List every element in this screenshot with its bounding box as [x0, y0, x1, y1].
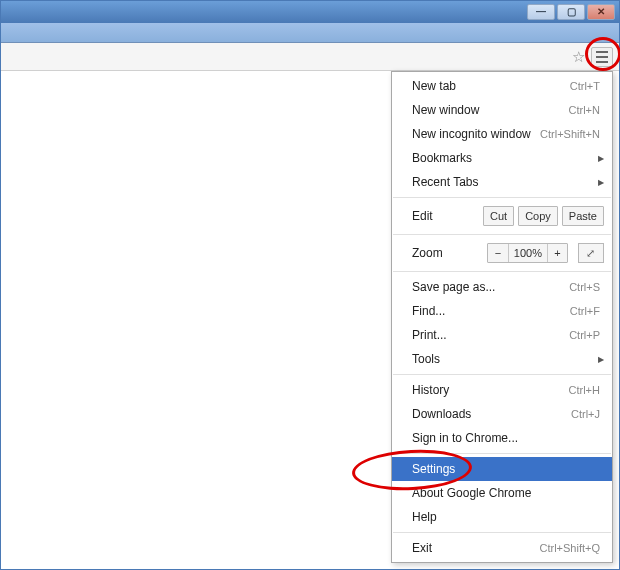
- menu-shortcut: Ctrl+Shift+Q: [539, 542, 600, 554]
- browser-window: — ▢ ✕ ☆ New tab Ctrl+T New window Ctrl+N…: [0, 0, 620, 570]
- menu-label: Settings: [412, 462, 600, 476]
- hamburger-bar-icon: [596, 61, 608, 63]
- menu-label: Print...: [412, 328, 569, 342]
- menu-label: Recent Tabs: [412, 175, 600, 189]
- menu-item-incognito[interactable]: New incognito window Ctrl+Shift+N: [392, 122, 612, 146]
- menu-shortcut: Ctrl+H: [569, 384, 600, 396]
- menu-item-zoom: Zoom − 100% + ⤢: [392, 238, 612, 268]
- menu-label: Bookmarks: [412, 151, 600, 165]
- menu-item-find[interactable]: Find... Ctrl+F: [392, 299, 612, 323]
- content-area: New tab Ctrl+T New window Ctrl+N New inc…: [1, 71, 619, 569]
- zoom-group: − 100% +: [487, 243, 568, 263]
- zoom-out-button[interactable]: −: [488, 244, 508, 262]
- menu-label: New incognito window: [412, 127, 540, 141]
- menu-item-help[interactable]: Help: [392, 505, 612, 529]
- menu-item-new-tab[interactable]: New tab Ctrl+T: [392, 74, 612, 98]
- main-menu-button[interactable]: [591, 47, 613, 67]
- menu-item-print[interactable]: Print... Ctrl+P: [392, 323, 612, 347]
- close-window-button[interactable]: ✕: [587, 4, 615, 20]
- menu-item-about[interactable]: About Google Chrome: [392, 481, 612, 505]
- menu-shortcut: Ctrl+Shift+N: [540, 128, 600, 140]
- menu-label: Downloads: [412, 407, 571, 421]
- menu-separator: [393, 271, 611, 272]
- menu-label: New window: [412, 103, 569, 117]
- menu-shortcut: Ctrl+S: [569, 281, 600, 293]
- menu-shortcut: Ctrl+N: [569, 104, 600, 116]
- menu-separator: [393, 453, 611, 454]
- zoom-value: 100%: [508, 244, 547, 262]
- menu-item-downloads[interactable]: Downloads Ctrl+J: [392, 402, 612, 426]
- menu-label: History: [412, 383, 569, 397]
- menu-item-signin[interactable]: Sign in to Chrome...: [392, 426, 612, 450]
- zoom-in-button[interactable]: +: [547, 244, 567, 262]
- menu-label: Sign in to Chrome...: [412, 431, 600, 445]
- cut-button[interactable]: Cut: [483, 206, 514, 226]
- menu-shortcut: Ctrl+F: [570, 305, 600, 317]
- menu-label: Tools: [412, 352, 600, 366]
- menu-label: Find...: [412, 304, 570, 318]
- menu-item-tools[interactable]: Tools ▶: [392, 347, 612, 371]
- toolbar: ☆: [1, 43, 619, 71]
- menu-label: About Google Chrome: [412, 486, 600, 500]
- hamburger-bar-icon: [596, 56, 608, 58]
- paste-button[interactable]: Paste: [562, 206, 604, 226]
- tab-strip[interactable]: [1, 23, 619, 43]
- menu-shortcut: Ctrl+P: [569, 329, 600, 341]
- menu-separator: [393, 234, 611, 235]
- menu-item-new-window[interactable]: New window Ctrl+N: [392, 98, 612, 122]
- menu-item-edit: Edit Cut Copy Paste: [392, 201, 612, 231]
- copy-button[interactable]: Copy: [518, 206, 558, 226]
- fullscreen-icon: ⤢: [586, 247, 596, 260]
- chevron-right-icon: ▶: [598, 355, 604, 364]
- menu-item-bookmarks[interactable]: Bookmarks ▶: [392, 146, 612, 170]
- chevron-right-icon: ▶: [598, 154, 604, 163]
- menu-separator: [393, 374, 611, 375]
- menu-label: Zoom: [412, 246, 483, 260]
- hamburger-bar-icon: [596, 51, 608, 53]
- maximize-button[interactable]: ▢: [557, 4, 585, 20]
- menu-separator: [393, 532, 611, 533]
- menu-item-recent-tabs[interactable]: Recent Tabs ▶: [392, 170, 612, 194]
- menu-item-exit[interactable]: Exit Ctrl+Shift+Q: [392, 536, 612, 560]
- main-menu-dropdown: New tab Ctrl+T New window Ctrl+N New inc…: [391, 71, 613, 563]
- menu-label: Exit: [412, 541, 539, 555]
- minimize-button[interactable]: —: [527, 4, 555, 20]
- bookmark-star-icon[interactable]: ☆: [572, 48, 585, 66]
- menu-shortcut: Ctrl+J: [571, 408, 600, 420]
- menu-item-save-page[interactable]: Save page as... Ctrl+S: [392, 275, 612, 299]
- menu-label: New tab: [412, 79, 570, 93]
- fullscreen-button[interactable]: ⤢: [578, 243, 604, 263]
- chevron-right-icon: ▶: [598, 178, 604, 187]
- menu-item-settings[interactable]: Settings: [392, 457, 612, 481]
- menu-label: Help: [412, 510, 600, 524]
- menu-item-history[interactable]: History Ctrl+H: [392, 378, 612, 402]
- titlebar: — ▢ ✕: [1, 1, 619, 23]
- menu-label: Save page as...: [412, 280, 569, 294]
- menu-separator: [393, 197, 611, 198]
- menu-shortcut: Ctrl+T: [570, 80, 600, 92]
- menu-label: Edit: [412, 209, 479, 223]
